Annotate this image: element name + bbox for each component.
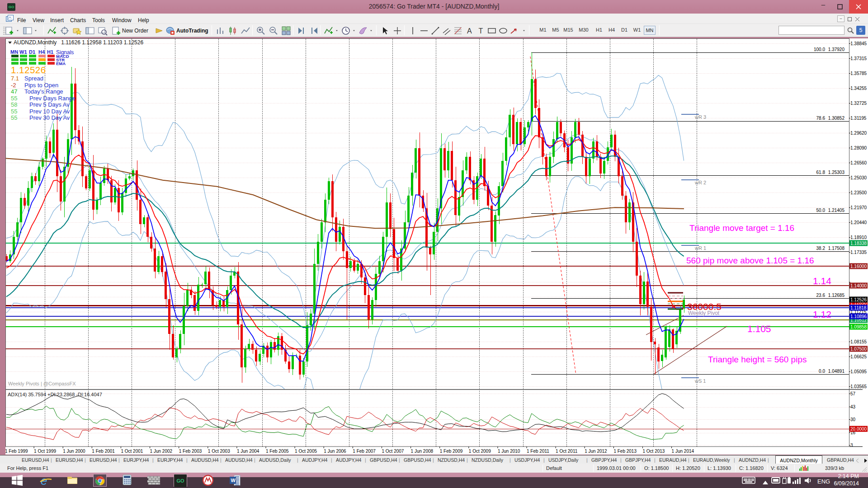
svg-text:1.23500: 1.23500 bbox=[850, 190, 867, 195]
svg-text:1.34255: 1.34255 bbox=[850, 86, 867, 91]
svg-text:1 Feb 1999: 1 Feb 1999 bbox=[5, 449, 28, 454]
svg-text:1 Oct 2005: 1 Oct 2005 bbox=[295, 449, 317, 454]
svg-text:1 Jun 2000: 1 Jun 2000 bbox=[63, 449, 85, 454]
svg-text:1.11818: 1.11818 bbox=[850, 305, 867, 310]
svg-text:W: W bbox=[231, 478, 236, 483]
svg-text:1.35785: 1.35785 bbox=[850, 71, 867, 76]
svg-text:50.0: 50.0 bbox=[816, 208, 826, 213]
svg-text:1 Jun 2004: 1 Jun 2004 bbox=[237, 449, 259, 454]
svg-text:1.32725: 1.32725 bbox=[850, 101, 867, 106]
svg-text:3: 3 bbox=[850, 443, 853, 448]
svg-text:1 Oct 1999: 1 Oct 1999 bbox=[34, 449, 56, 454]
svg-text:1.12526: 1.12526 bbox=[850, 297, 867, 302]
svg-text:1.28090: 1.28090 bbox=[850, 145, 867, 150]
svg-text:1 Oct 2009: 1 Oct 2009 bbox=[469, 449, 491, 454]
svg-text:1 Feb 2003: 1 Feb 2003 bbox=[179, 449, 202, 454]
svg-text:Weekly Pivots | @CompassFX: Weekly Pivots | @CompassFX bbox=[8, 381, 76, 386]
svg-text:wR 3: wR 3 bbox=[694, 114, 706, 120]
svg-text:1.26560: 1.26560 bbox=[850, 160, 867, 165]
svg-text:1.105: 1.105 bbox=[747, 324, 771, 334]
svg-text:100.0: 100.0 bbox=[814, 47, 825, 52]
svg-text:1.14000: 1.14000 bbox=[850, 283, 867, 288]
svg-text:1.07500: 1.07500 bbox=[850, 347, 867, 352]
svg-text:61.8: 61.8 bbox=[816, 170, 826, 175]
svg-text:1 Jun 2008: 1 Jun 2008 bbox=[411, 449, 434, 454]
svg-text:1 Jun 2006: 1 Jun 2006 bbox=[324, 449, 346, 454]
svg-text:A: A bbox=[467, 27, 472, 35]
svg-text:1.04891: 1.04891 bbox=[828, 369, 845, 374]
svg-text:1.21405: 1.21405 bbox=[828, 208, 845, 213]
svg-text:1.31195: 1.31195 bbox=[850, 116, 867, 121]
svg-text:43: 43 bbox=[850, 404, 856, 409]
svg-text:57: 57 bbox=[850, 391, 856, 396]
svg-text:1.25030: 1.25030 bbox=[850, 175, 867, 180]
svg-text:1 Feb 2009: 1 Feb 2009 bbox=[440, 449, 463, 454]
svg-text:Triangle move target = 1.16: Triangle move target = 1.16 bbox=[689, 223, 794, 233]
svg-text:1.03565: 1.03565 bbox=[850, 384, 867, 389]
svg-text:1 Oct 2003: 1 Oct 2003 bbox=[208, 449, 230, 454]
svg-text:1 Jun 2014: 1 Jun 2014 bbox=[672, 449, 694, 454]
svg-text:1.17508: 1.17508 bbox=[828, 246, 845, 251]
svg-text:Weekly Pivot: Weekly Pivot bbox=[688, 310, 720, 316]
svg-text:1.30852: 1.30852 bbox=[828, 116, 845, 121]
svg-text:T: T bbox=[479, 27, 483, 35]
svg-text:1.12: 1.12 bbox=[813, 309, 831, 319]
svg-text:78.6: 78.6 bbox=[816, 116, 826, 121]
svg-text:1 Feb 2007: 1 Feb 2007 bbox=[353, 449, 376, 454]
svg-text:1.20440: 1.20440 bbox=[850, 220, 867, 225]
svg-text:1.06625: 1.06625 bbox=[850, 354, 867, 359]
svg-text:1.10896: 1.10896 bbox=[850, 314, 867, 319]
svg-text:1.12685: 1.12685 bbox=[828, 293, 845, 298]
svg-text:1 Oct 2001: 1 Oct 2001 bbox=[121, 449, 143, 454]
svg-text:1 Oct 2013: 1 Oct 2013 bbox=[643, 449, 665, 454]
svg-text:38.2: 38.2 bbox=[816, 246, 826, 251]
svg-text:1.18910: 1.18910 bbox=[850, 235, 867, 240]
svg-text:1.18338: 1.18338 bbox=[850, 241, 867, 246]
svg-text:23.6: 23.6 bbox=[816, 293, 826, 298]
svg-text:560 pip move above 1.105 = 1.1: 560 pip move above 1.105 = 1.16 bbox=[686, 256, 814, 265]
svg-text:1 Feb 2005: 1 Feb 2005 bbox=[266, 449, 289, 454]
svg-text:1 Jun 2010: 1 Jun 2010 bbox=[498, 449, 520, 454]
svg-text:1 Jun 2002: 1 Jun 2002 bbox=[150, 449, 173, 454]
svg-text:Triangle height = 560 pips: Triangle height = 560 pips bbox=[708, 355, 807, 364]
svg-text:1.16000: 1.16000 bbox=[850, 264, 867, 269]
svg-text:20.0000: 20.0000 bbox=[850, 427, 867, 432]
svg-text:1 Feb 2001: 1 Feb 2001 bbox=[92, 449, 115, 454]
svg-text:1.37920: 1.37920 bbox=[828, 47, 845, 52]
svg-text:1.05095: 1.05095 bbox=[850, 369, 867, 374]
svg-text:1.37315: 1.37315 bbox=[850, 56, 867, 61]
svg-text:wR 2: wR 2 bbox=[694, 180, 706, 185]
svg-text:1 Oct 2011: 1 Oct 2011 bbox=[556, 449, 578, 454]
svg-text:1.25303: 1.25303 bbox=[828, 170, 845, 175]
svg-text:1.38845: 1.38845 bbox=[850, 41, 867, 46]
svg-text:AUDNZD,Monthly 1.11626 1.129: AUDNZD,Monthly 1.11626 1.12958 1.11203 1… bbox=[14, 39, 143, 46]
svg-text:0.0: 0.0 bbox=[819, 369, 825, 374]
svg-text:30: 30 bbox=[850, 417, 856, 422]
svg-text:1.21970: 1.21970 bbox=[850, 205, 867, 210]
svg-text:wS 1: wS 1 bbox=[694, 378, 706, 384]
svg-text:1.14: 1.14 bbox=[813, 276, 831, 286]
svg-text:wR 1: wR 1 bbox=[694, 245, 706, 251]
svg-text:1.09858: 1.09858 bbox=[850, 324, 867, 329]
svg-text:1.17335: 1.17335 bbox=[850, 250, 867, 255]
svg-text:1 Feb 2013: 1 Feb 2013 bbox=[613, 449, 637, 454]
svg-text:1 Oct 2007: 1 Oct 2007 bbox=[382, 449, 404, 454]
svg-text:1 Feb 2011: 1 Feb 2011 bbox=[527, 449, 549, 454]
svg-text:1.29620: 1.29620 bbox=[850, 131, 867, 136]
svg-text:ADX(14) 35.7594 +DI:23.2868 -D: ADX(14) 35.7594 +DI:23.2868 -DI:16.4047 bbox=[8, 392, 102, 397]
svg-text:1.08155: 1.08155 bbox=[850, 339, 867, 344]
svg-text:1 Jun 2012: 1 Jun 2012 bbox=[585, 449, 607, 454]
